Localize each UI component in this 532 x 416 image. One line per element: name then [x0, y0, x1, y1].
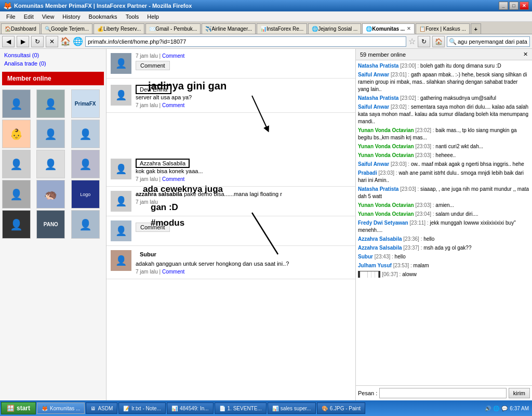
- tab-gmail[interactable]: ✉️ Gmail - Pembuk...: [145, 23, 201, 34]
- chat-sender[interactable]: Yunan Vonda Octavian: [358, 211, 414, 217]
- address-input[interactable]: [85, 36, 406, 47]
- tab-google[interactable]: 🔍 Google Terjem...: [41, 23, 92, 34]
- chat-message: Yunan Vonda Octavian [23:02] : baik mas.…: [358, 127, 530, 141]
- chat-sender[interactable]: Azzahra Salsabila: [358, 245, 402, 251]
- comment-btn[interactable]: Comment: [136, 223, 170, 232]
- taskbar-icon: 🎨: [322, 406, 328, 411]
- menu-bookmarks[interactable]: Bookmarks: [85, 12, 122, 21]
- taskbar-asdm[interactable]: 🖥 ASDM: [86, 402, 117, 414]
- minimize-btn[interactable]: _: [499, 2, 508, 10]
- avatar-15[interactable]: 👤: [71, 210, 100, 239]
- tab-add-btn[interactable]: +: [471, 23, 481, 34]
- chat-text: gathering maksudnya um@saiful: [420, 95, 496, 101]
- chat-sender[interactable]: Saiful Anwar: [358, 104, 389, 110]
- avatar-14[interactable]: PANO: [36, 210, 65, 239]
- chat-sender[interactable]: Fredy Dwi Setyawan: [358, 220, 408, 226]
- browser-icon: 🦊: [3, 2, 12, 10]
- home-icon[interactable]: 🏠: [60, 36, 71, 46]
- avatar-12[interactable]: Logo: [71, 180, 100, 209]
- back-btn[interactable]: ◀: [2, 36, 15, 47]
- chat-message-input[interactable]: [379, 388, 506, 398]
- sidebar-konsultasi[interactable]: Konsultasi (0): [2, 51, 104, 59]
- avatar-2[interactable]: 👤: [36, 89, 65, 118]
- tab-close-icon[interactable]: ✕: [407, 26, 411, 31]
- bookmark-star-icon[interactable]: ☆: [408, 36, 416, 46]
- member-online-btn[interactable]: Member online: [2, 72, 104, 85]
- comment-link[interactable]: Comment: [162, 102, 184, 108]
- avatar-9[interactable]: 👤: [71, 150, 100, 178]
- avatar-1[interactable]: 👤: [2, 89, 31, 118]
- chat-close-icon[interactable]: ✕: [523, 51, 528, 58]
- chat-sender[interactable]: Yunan Vonda Octavian: [358, 152, 414, 158]
- avatar-4[interactable]: 👶: [2, 120, 31, 148]
- home-btn2[interactable]: 🏠: [432, 36, 445, 47]
- chat-text: salam undur diri....: [435, 211, 478, 217]
- menu-edit[interactable]: Edit: [20, 12, 38, 21]
- avatar-6[interactable]: 👤: [71, 120, 100, 148]
- tab-jejaring[interactable]: 🌐 Jejaring Sosial ...: [308, 23, 361, 34]
- chat-sender[interactable]: Natasha Pratista: [358, 186, 398, 192]
- taskbar-484549[interactable]: 📊 484549: In...: [167, 402, 214, 414]
- tab-dashboard[interactable]: 🏠 Dashboard: [1, 23, 40, 34]
- post-body: Subur adakah gangguan untuk server hongk…: [136, 250, 351, 275]
- stop-btn[interactable]: ✕: [46, 36, 58, 47]
- chat-sender[interactable]: Subur: [358, 254, 373, 259]
- taskbar-sevente[interactable]: 📄 1. SEVENTE...: [215, 402, 267, 414]
- tab-liberty[interactable]: 💰 Liberty Reserv...: [94, 23, 144, 34]
- chat-text: aloww: [402, 271, 417, 277]
- avatar-13[interactable]: 👤: [2, 210, 31, 239]
- chat-sender[interactable]: Yunan Vonda Octavian: [358, 127, 414, 133]
- comment-link[interactable]: Comment: [162, 176, 184, 182]
- avatar-5[interactable]: 👤: [36, 120, 65, 148]
- avatar-8[interactable]: 👤: [36, 150, 65, 178]
- menu-file[interactable]: File: [2, 12, 20, 21]
- comment-link[interactable]: Comment: [162, 53, 184, 59]
- taskbar-notepad[interactable]: 📝 lr.txt - Note...: [118, 402, 166, 414]
- sidebar-analisa[interactable]: Analisa trade (0): [2, 59, 104, 68]
- chat-sender[interactable]: Saiful Anwar: [358, 72, 389, 77]
- tab-komunitas[interactable]: 🌐 Komunitas ... ✕: [362, 23, 415, 34]
- chat-sender[interactable]: Natasha Pratista: [358, 63, 398, 69]
- avatar-7[interactable]: 👤: [2, 150, 31, 178]
- chat-text: malam: [414, 263, 429, 268]
- menu-help[interactable]: Help: [143, 12, 163, 21]
- refresh-icon[interactable]: ↻: [418, 36, 430, 47]
- comment-btn[interactable]: Comment: [136, 61, 170, 70]
- avatar-11[interactable]: 🦔: [36, 180, 65, 209]
- taskbar-paint[interactable]: 🎨 6.JPG - Paint: [317, 402, 365, 414]
- menu-history[interactable]: History: [58, 12, 84, 21]
- chat-sender[interactable]: Prabadi: [358, 170, 377, 176]
- chat-send-btn[interactable]: kirim: [509, 388, 530, 398]
- close-btn[interactable]: ✕: [520, 2, 529, 10]
- comment-link[interactable]: Comment: [162, 269, 184, 275]
- chat-text: heheee..: [435, 152, 456, 158]
- avatar-3[interactable]: PrimaFX: [71, 89, 100, 118]
- chat-sender[interactable]: Yunan Vonda Octavian: [358, 144, 414, 149]
- taskbar-komunitas[interactable]: 🦊 Komunitas ...: [37, 402, 85, 414]
- chat-sender[interactable]: Azzahra Salsabila: [358, 236, 402, 242]
- chat-sender[interactable]: Natasha Pratista: [358, 95, 398, 101]
- chat-message: Fredy Dwi Setyawan [23:11] : jekk mungga…: [358, 219, 530, 234]
- post-text: server alt usa apa ya?: [136, 94, 351, 100]
- chat-sender[interactable]: Saiful Anwar: [358, 161, 389, 167]
- chat-sender[interactable]: Julham Yusuf: [358, 263, 392, 268]
- tab-instaforex[interactable]: 📊 InstaForex Re...: [257, 23, 307, 34]
- start-button[interactable]: 🪟 start: [1, 402, 36, 414]
- post-body: azzahra salsabila pake demo bisa......ma…: [136, 191, 351, 212]
- menu-view[interactable]: View: [38, 12, 59, 21]
- reload-btn[interactable]: ↻: [31, 36, 44, 47]
- forward-btn[interactable]: ▶: [17, 36, 29, 47]
- tab-airline[interactable]: ✈️ Airline Manager...: [202, 23, 256, 34]
- maximize-btn[interactable]: □: [509, 2, 518, 10]
- sidebar-links: Konsultasi (0) Analisa trade (0): [0, 49, 106, 70]
- chat-message: Natasha Pratista [23:00] : boleh gath it…: [358, 62, 530, 70]
- post-name-azzahra: Azzahra Salsabila: [136, 159, 190, 168]
- avatar-10[interactable]: 👤: [2, 180, 31, 209]
- taskbar-sales[interactable]: 📊 sales super...: [268, 402, 316, 414]
- tab-forex[interactable]: 📋 Forex | Kaskus ...: [416, 23, 470, 34]
- chat-message: Julham Yusuf [23:53] : malam: [358, 262, 530, 269]
- tray-volume-icon: 🔊: [485, 406, 491, 411]
- menu-tools[interactable]: Tools: [122, 12, 143, 21]
- chat-sender[interactable]: Yunan Vonda Octavian: [358, 202, 414, 208]
- search-input[interactable]: [447, 36, 530, 47]
